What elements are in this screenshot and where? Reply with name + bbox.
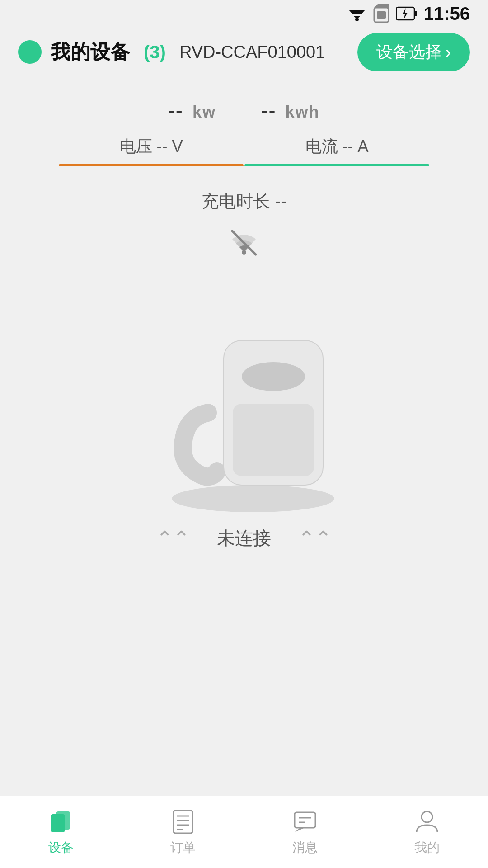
voltage-underline bbox=[59, 164, 244, 166]
status-row: ⌃⌃ 未连接 ⌃⌃ bbox=[156, 526, 332, 551]
current-underline bbox=[244, 164, 429, 166]
energy-unit: kwh bbox=[286, 103, 320, 121]
nav-item-message[interactable]: 消息 bbox=[244, 808, 366, 856]
svg-marker-5 bbox=[374, 4, 389, 8]
status-chevron-left: ⌃⌃ bbox=[156, 527, 190, 550]
status-chevron-right: ⌃⌃ bbox=[298, 527, 332, 550]
connection-status-text: 未连接 bbox=[217, 526, 271, 551]
voltage-label: 电压 -- V bbox=[120, 136, 183, 158]
bottom-nav: 设备 订单 消息 bbox=[0, 796, 488, 868]
energy-value: -- kwh bbox=[261, 99, 320, 122]
status-bar: 11:56 bbox=[0, 0, 488, 27]
charge-duration: 充电时长 -- bbox=[202, 190, 286, 213]
nav-item-order[interactable]: 订单 bbox=[122, 808, 244, 856]
device-icon bbox=[47, 808, 75, 835]
nav-label-mine: 我的 bbox=[414, 839, 440, 856]
nav-item-mine[interactable]: 我的 bbox=[366, 808, 488, 856]
main-content: -- kw -- kwh 电压 -- V 电流 -- A 充电时长 -- bbox=[0, 77, 488, 569]
order-icon bbox=[169, 808, 197, 835]
svg-rect-17 bbox=[56, 811, 70, 830]
wifi-off-icon bbox=[228, 226, 260, 259]
svg-rect-8 bbox=[414, 11, 417, 16]
current-label: 电流 -- A bbox=[305, 136, 369, 158]
header-title: 我的设备 bbox=[51, 39, 130, 66]
header-dot bbox=[18, 40, 42, 64]
svg-marker-9 bbox=[402, 8, 408, 19]
wifi-icon bbox=[347, 5, 367, 22]
svg-point-12 bbox=[172, 485, 334, 512]
charger-illustration bbox=[131, 282, 357, 508]
nav-label-device: 设备 bbox=[48, 839, 74, 856]
battery-icon bbox=[396, 5, 418, 22]
voltage-item: 电压 -- V bbox=[59, 136, 244, 172]
status-icons: 11:56 bbox=[347, 4, 470, 24]
power-value: -- kw bbox=[168, 99, 216, 122]
vc-row: 电压 -- V 电流 -- A bbox=[59, 136, 429, 172]
nav-item-device[interactable]: 设备 bbox=[0, 808, 122, 856]
svg-point-3 bbox=[355, 18, 359, 21]
power-item: -- kw bbox=[168, 99, 216, 122]
device-select-button[interactable]: 设备选择 bbox=[357, 33, 470, 71]
svg-point-14 bbox=[242, 362, 305, 391]
power-row: -- kw -- kwh bbox=[168, 99, 319, 122]
svg-point-10 bbox=[242, 250, 246, 255]
header: 我的设备 (3) RVD-CCAF010001 设备选择 bbox=[0, 27, 488, 77]
svg-rect-23 bbox=[295, 812, 315, 828]
nav-label-message: 消息 bbox=[292, 839, 318, 856]
status-time: 11:56 bbox=[424, 4, 470, 24]
current-item: 电流 -- A bbox=[244, 136, 429, 172]
power-unit: kw bbox=[192, 103, 216, 121]
svg-point-27 bbox=[422, 811, 432, 822]
message-icon bbox=[291, 808, 319, 835]
mine-icon bbox=[413, 808, 441, 835]
sim-icon bbox=[373, 4, 389, 23]
energy-item: -- kwh bbox=[261, 99, 320, 122]
charger-svg bbox=[149, 277, 339, 512]
svg-rect-15 bbox=[233, 404, 314, 476]
nav-label-order: 订单 bbox=[170, 839, 196, 856]
svg-rect-6 bbox=[377, 11, 386, 19]
header-device-id: RVD-CCAF010001 bbox=[179, 42, 325, 62]
header-count: (3) bbox=[144, 42, 166, 62]
